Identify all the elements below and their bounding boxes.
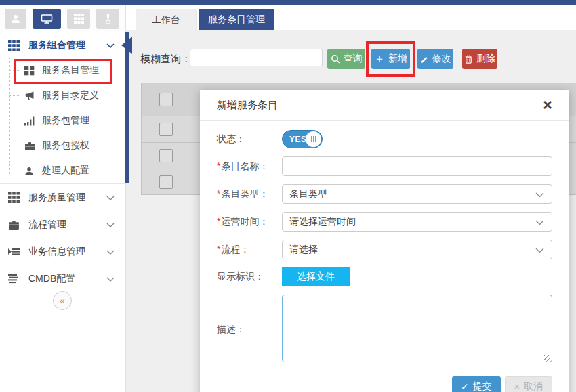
row-checkbox[interactable] (159, 149, 173, 162)
status-toggle[interactable]: YES (282, 130, 323, 148)
chevron-down-icon (106, 39, 115, 51)
select-all-checkbox[interactable] (159, 93, 173, 106)
required-marker: * (217, 188, 220, 199)
sidebar-section-service-quality[interactable]: 服务质量管理 (0, 183, 125, 211)
fuzzy-query-input[interactable] (190, 49, 323, 66)
sidebar-item-service-package-auth[interactable]: 服务包授权 (0, 133, 125, 158)
sidebar-section-process-mgmt[interactable]: 流程管理 (0, 211, 125, 238)
chevron-down-icon (535, 220, 544, 225)
sidebar-item-service-package-mgmt[interactable]: 服务包管理 (0, 108, 125, 133)
sidebar-item-label: 处理人配置 (42, 165, 89, 177)
search-icon (331, 54, 340, 64)
section-label: CMDB配置 (28, 273, 106, 285)
operation-time-select[interactable]: 请选择运营时间 (282, 212, 552, 232)
lines-icon (8, 274, 22, 284)
delete-button-label: 删除 (476, 53, 495, 65)
add-button[interactable]: ＋ 新增 (371, 49, 410, 69)
status-row: 状态： YES (217, 130, 552, 148)
chevron-down-icon (106, 246, 115, 258)
sidebar-item-service-entry-mgmt[interactable]: 服务条目管理 (0, 58, 125, 83)
cancel-button[interactable]: × 取消 (505, 376, 552, 392)
description-textarea[interactable] (282, 295, 552, 362)
choose-file-button[interactable]: 选择文件 (282, 267, 350, 286)
flow-select[interactable]: 请选择 (282, 240, 552, 259)
user-toolbar-button[interactable] (5, 9, 26, 29)
briefcase-icon (24, 140, 37, 151)
submit-button-label: 提交 (473, 380, 492, 392)
sidebar-item-service-catalog-def[interactable]: 服务目录定义 (0, 83, 125, 108)
monitor-toolbar-button[interactable] (33, 9, 61, 29)
tab-service-entry-mgmt[interactable]: 服务条目管理 (199, 9, 274, 30)
grid-toolbar-button[interactable] (67, 9, 90, 29)
sidebar-item-label: 服务包管理 (42, 114, 89, 127)
icon-toolbar (0, 5, 125, 32)
operation-time-row: *运营时间： 请选择运营时间 (217, 212, 552, 232)
chevron-down-icon (535, 192, 544, 198)
megaphone-icon (24, 90, 37, 101)
select-value: 请选择运营时间 (289, 216, 356, 228)
search-button[interactable]: 查询 (327, 49, 365, 69)
search-button-label: 查询 (344, 53, 363, 65)
submenu: 服务条目管理 服务目录定义 服务包管理 服务包授权 处理人配置 (0, 58, 125, 183)
operation-time-label: *运营时间： (217, 216, 282, 228)
briefcase-icon (8, 219, 22, 230)
modify-button[interactable]: 修改 (417, 49, 453, 69)
submit-button[interactable]: ✓ 提交 (452, 376, 501, 392)
row-checkbox[interactable] (159, 123, 173, 136)
chevron-down-icon (106, 192, 115, 204)
required-marker: * (217, 244, 220, 255)
trash-icon (464, 54, 473, 64)
tab-label: 服务条目管理 (208, 14, 265, 24)
entry-name-row: *条目名称： (217, 156, 552, 176)
status-label: 状态： (217, 133, 282, 146)
section-label: 服务质量管理 (28, 192, 106, 204)
add-service-entry-modal: 新增服务条目 × 状态： YES *条目名称： (200, 90, 569, 392)
x-icon: × (514, 381, 520, 392)
sidebar-item-label: 服务包授权 (42, 139, 89, 152)
grid-icon (8, 40, 22, 51)
sidebar-section-business-info[interactable]: 业务信息管理 (0, 238, 125, 265)
flow-label: *流程： (217, 244, 282, 256)
toggle-knob (306, 131, 321, 147)
active-section-strip (125, 32, 129, 183)
sidebar-item-handler-config[interactable]: 处理人配置 (0, 158, 125, 183)
user-icon (10, 14, 21, 24)
section-label: 流程管理 (28, 219, 106, 231)
sidebar-section-service-portfolio[interactable]: 服务组合管理 (0, 32, 125, 58)
description-row: 描述： (217, 295, 552, 365)
display-icon-label: 显示标识： (217, 271, 282, 283)
toggle-on-label: YES (289, 135, 307, 144)
row-checkbox[interactable] (159, 175, 173, 189)
grid-small-icon (24, 65, 37, 76)
required-marker: * (217, 160, 220, 171)
app-window: 服务组合管理 服务条目管理 服务目录定义 服务包管理 服务包授权 处 (0, 0, 576, 392)
entry-type-select[interactable]: 条目类型 (282, 184, 552, 204)
plus-icon: ＋ (374, 53, 385, 64)
flow-row: *流程： 请选择 (217, 240, 552, 259)
sidebar-collapse-button[interactable]: « (53, 291, 72, 310)
tab-label: 工作台 (152, 14, 180, 25)
entry-name-input[interactable] (282, 156, 552, 176)
tab-bar: 工作台 服务条目管理 (126, 5, 576, 30)
modal-header: 新增服务条目 × (200, 90, 569, 121)
tab-workbench[interactable]: 工作台 (136, 9, 197, 30)
flask-icon (103, 14, 113, 24)
sidebar-section-cmdb-config[interactable]: CMDB配置 (0, 265, 125, 292)
delete-button[interactable]: 删除 (462, 49, 497, 69)
entry-name-label: *条目名称： (217, 160, 282, 173)
select-value: 条目类型 (289, 188, 327, 200)
double-chevron-left-icon: « (60, 295, 65, 306)
flask-toolbar-button[interactable] (96, 9, 119, 29)
section-label: 服务组合管理 (28, 39, 106, 51)
grid-icon (74, 14, 84, 24)
section-label: 业务信息管理 (28, 246, 106, 258)
modal-footer: ✓ 提交 × 取消 (200, 373, 569, 392)
fuzzy-query-label: 模糊查询： (140, 53, 191, 66)
close-icon[interactable]: × (543, 97, 552, 113)
add-button-label: 新增 (388, 53, 407, 65)
entry-type-label: *条目类型： (217, 188, 282, 200)
top-navy-bar (0, 0, 576, 5)
chevron-down-icon (106, 219, 115, 231)
grid-icon (8, 192, 22, 203)
description-label: 描述： (217, 324, 282, 336)
